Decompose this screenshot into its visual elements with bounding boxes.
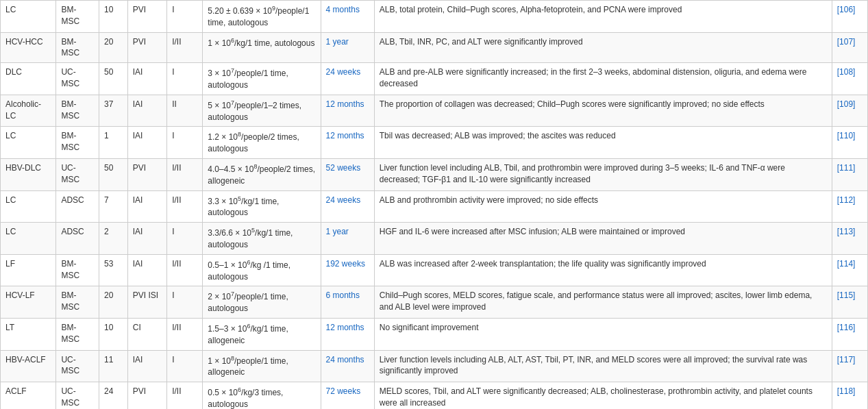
phase-cell: I	[167, 286, 203, 319]
ref-link[interactable]: [110]	[837, 131, 856, 140]
table-row: Alcoholic-LCBM-MSC37IAIII5 × 107/people/…	[1, 95, 868, 127]
followup-cell: 12 months	[321, 127, 374, 159]
route-cell: CI	[127, 318, 166, 350]
outcome-cell: HGF and IL-6 were increased after MSC in…	[374, 223, 832, 255]
table-row: HCV-LFBM-MSC20PVI ISII2 × 107/people/1 t…	[1, 286, 868, 319]
phase-cell: I	[167, 1, 203, 33]
ref-cell[interactable]: [108]	[832, 63, 867, 95]
phase-cell: I	[167, 350, 203, 382]
followup-cell: 192 weeks	[321, 254, 374, 286]
ref-link[interactable]: [112]	[837, 195, 856, 205]
ref-cell[interactable]: [109]	[832, 95, 867, 127]
cell-type-cell: BM-MSC	[56, 318, 99, 350]
outcome-cell: ALB, total protein, Child–Pugh scores, A…	[374, 1, 832, 33]
outcome-cell: ALB and prothrombin activity were improv…	[374, 190, 832, 223]
table-row: LCADSC2IAII3.3/6.6 × 105/kg/1 time, auto…	[1, 223, 868, 255]
disease-cell: LC	[1, 223, 56, 255]
followup-cell: 12 months	[321, 95, 374, 127]
followup-cell: 6 months	[321, 286, 374, 319]
ref-link[interactable]: [108]	[837, 67, 856, 77]
ref-cell[interactable]: [111]	[832, 158, 867, 190]
ref-cell[interactable]: [116]	[832, 318, 867, 350]
route-cell: IAI	[127, 350, 166, 382]
disease-cell: Alcoholic-LC	[1, 95, 56, 127]
outcome-cell: ALB, Tbil, INR, PC, and ALT were signifi…	[374, 32, 832, 63]
followup-cell: 72 weeks	[321, 382, 374, 409]
followup-cell: 12 months	[321, 318, 374, 350]
n-cell: 2	[99, 223, 128, 255]
dose-cell: 1.2 × 108/people/2 times, autologous	[203, 127, 321, 159]
phase-cell: I/II	[167, 254, 203, 286]
ref-link[interactable]: [118]	[837, 386, 856, 396]
outcome-cell: MELD scores, Tbil, and ALT were signific…	[374, 382, 832, 409]
n-cell: 37	[99, 95, 128, 127]
n-cell: 1	[99, 127, 128, 159]
disease-cell: ACLF	[1, 382, 56, 409]
outcome-cell: Child–Pugh scores, MELD scores, fatigue …	[374, 286, 832, 319]
phase-cell: II	[167, 95, 203, 127]
data-table: LCBM-MSC10PVII5.20 ± 0.639 × 109/people/…	[0, 0, 868, 409]
ref-cell[interactable]: [113]	[832, 223, 867, 255]
n-cell: 20	[99, 32, 128, 63]
followup-cell: 52 weeks	[321, 158, 374, 190]
n-cell: 11	[99, 350, 128, 382]
disease-cell: HBV-DLC	[1, 158, 56, 190]
ref-link[interactable]: [109]	[837, 99, 856, 109]
cell-type-cell: UC-MSC	[56, 350, 99, 382]
route-cell: PVI	[127, 1, 166, 33]
phase-cell: I/II	[167, 382, 203, 409]
table-row: LTBM-MSC10CII/II1.5–3 × 106/kg/1 time, a…	[1, 318, 868, 350]
n-cell: 50	[99, 63, 128, 95]
ref-link[interactable]: [106]	[837, 5, 856, 14]
ref-link[interactable]: [107]	[837, 37, 856, 47]
outcome-cell: ALB and pre-ALB were significantly incre…	[374, 63, 832, 95]
cell-type-cell: ADSC	[56, 223, 99, 255]
dose-cell: 3.3 × 105/kg/1 time, autologous	[203, 190, 321, 223]
outcome-cell: The proportion of collagen was decreased…	[374, 95, 832, 127]
followup-cell: 24 weeks	[321, 190, 374, 223]
route-cell: IAI	[127, 223, 166, 255]
cell-type-cell: ADSC	[56, 190, 99, 223]
ref-link[interactable]: [115]	[837, 290, 856, 300]
ref-link[interactable]: [116]	[837, 323, 856, 332]
ref-cell[interactable]: [106]	[832, 1, 867, 33]
outcome-cell: Liver function levels including ALB, ALT…	[374, 350, 832, 382]
ref-cell[interactable]: [115]	[832, 286, 867, 319]
phase-cell: I/II	[167, 158, 203, 190]
n-cell: 24	[99, 382, 128, 409]
ref-link[interactable]: [117]	[837, 355, 856, 364]
followup-cell: 24 months	[321, 350, 374, 382]
ref-cell[interactable]: [118]	[832, 382, 867, 409]
ref-link[interactable]: [113]	[837, 227, 856, 236]
route-cell: PVI	[127, 158, 166, 190]
dose-cell: 3 × 107/people/1 time, autologous	[203, 63, 321, 95]
ref-cell[interactable]: [110]	[832, 127, 867, 159]
ref-cell[interactable]: [107]	[832, 32, 867, 63]
disease-cell: DLC	[1, 63, 56, 95]
dose-cell: 1.5–3 × 106/kg/1 time, allogeneic	[203, 318, 321, 350]
n-cell: 10	[99, 318, 128, 350]
ref-cell[interactable]: [114]	[832, 254, 867, 286]
ref-link[interactable]: [111]	[837, 163, 856, 173]
dose-cell: 0.5 × 106/kg/3 times, autologous	[203, 382, 321, 409]
n-cell: 7	[99, 190, 128, 223]
cell-type-cell: BM-MSC	[56, 254, 99, 286]
ref-cell[interactable]: [117]	[832, 350, 867, 382]
route-cell: IAI	[127, 127, 166, 159]
disease-cell: LC	[1, 127, 56, 159]
phase-cell: I	[167, 127, 203, 159]
ref-cell[interactable]: [112]	[832, 190, 867, 223]
dose-cell: 1 × 108/people/1 time, allogeneic	[203, 350, 321, 382]
table-row: HBV-ACLFUC-MSC11IAII1 × 108/people/1 tim…	[1, 350, 868, 382]
dose-cell: 5.20 ± 0.639 × 109/people/1 time, autolo…	[203, 1, 321, 33]
dose-cell: 5 × 107/people/1–2 times, autologous	[203, 95, 321, 127]
ref-link[interactable]: [114]	[837, 259, 856, 269]
disease-cell: LT	[1, 318, 56, 350]
table-row: LCBM-MSC10PVII5.20 ± 0.639 × 109/people/…	[1, 1, 868, 33]
phase-cell: I/II	[167, 190, 203, 223]
outcome-cell: Tbil was decreased; ALB was improved; th…	[374, 127, 832, 159]
table-row: ACLFUC-MSC24PVII/II0.5 × 106/kg/3 times,…	[1, 382, 868, 409]
cell-type-cell: UC-MSC	[56, 382, 99, 409]
table-row: HCV-HCCBM-MSC20PVII/II1 × 106/kg/1 time,…	[1, 32, 868, 63]
dose-cell: 1 × 106/kg/1 time, autologous	[203, 32, 321, 63]
